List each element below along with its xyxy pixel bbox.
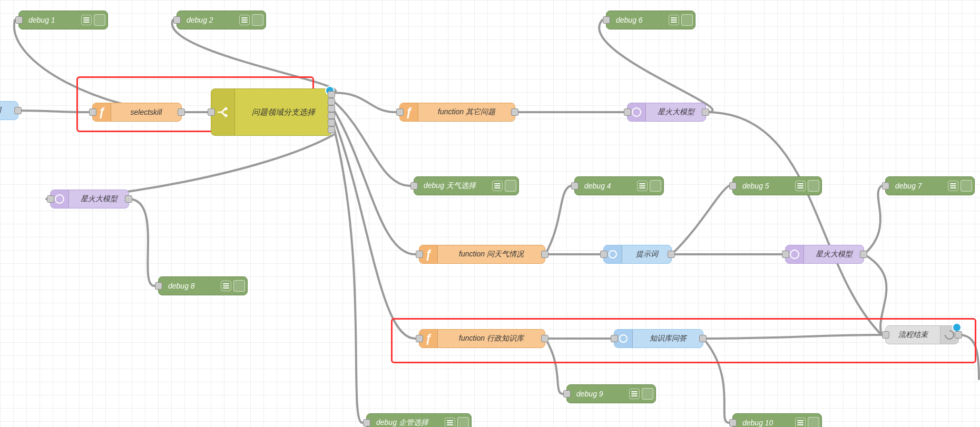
bars-icon[interactable] bbox=[81, 15, 92, 25]
port-in[interactable] bbox=[363, 419, 370, 426]
node-func-weather[interactable]: function 问天气情况 bbox=[419, 245, 545, 264]
toggle-icon[interactable] bbox=[808, 417, 819, 427]
port-out[interactable] bbox=[541, 251, 548, 258]
node-debug-1[interactable]: debug 1 bbox=[18, 11, 108, 29]
node-debug-2[interactable]: debug 2 bbox=[177, 11, 266, 29]
port-out-5[interactable] bbox=[328, 119, 335, 126]
node-debug-mgmt[interactable]: debug 企管选择 bbox=[366, 413, 472, 427]
port-in[interactable] bbox=[882, 331, 889, 339]
port-out-3[interactable] bbox=[328, 105, 335, 112]
bars-icon[interactable] bbox=[669, 15, 679, 25]
node-debug-9[interactable]: debug 9 bbox=[566, 384, 656, 403]
node-label: debug 6 bbox=[606, 11, 670, 29]
port-out[interactable] bbox=[860, 251, 867, 258]
port-in[interactable] bbox=[729, 419, 737, 426]
node-func-other[interactable]: function 其它问题 bbox=[399, 103, 515, 122]
toggle-icon[interactable] bbox=[457, 417, 469, 427]
node-debug-weather[interactable]: debug 天气选择 bbox=[414, 176, 519, 195]
node-end[interactable]: 流程结束 bbox=[885, 325, 959, 344]
toggle-icon[interactable] bbox=[505, 180, 516, 192]
port-in[interactable] bbox=[416, 335, 423, 342]
switch-outputs bbox=[328, 91, 335, 133]
node-model-spark-3[interactable]: 星火大模型 bbox=[785, 245, 864, 264]
toggle-icon[interactable] bbox=[252, 14, 263, 26]
toggle-icon[interactable] bbox=[94, 14, 105, 26]
toggle-icon[interactable] bbox=[650, 180, 661, 192]
flow-canvas[interactable]: debug 1 debug 2 debug 6 示词 selectskill bbox=[0, 0, 980, 427]
node-debug-5[interactable]: debug 5 bbox=[732, 176, 822, 195]
port-in[interactable] bbox=[396, 108, 404, 116]
node-debug-8[interactable]: debug 8 bbox=[158, 276, 248, 295]
node-label: debug 4 bbox=[575, 177, 638, 195]
port-in[interactable] bbox=[410, 182, 418, 190]
toggle-icon[interactable] bbox=[642, 388, 653, 400]
debug-controls bbox=[81, 13, 105, 27]
port-out-1[interactable] bbox=[328, 91, 335, 98]
node-hint-kb-qa[interactable]: 知识库问答 bbox=[614, 329, 703, 348]
port-in[interactable] bbox=[603, 16, 610, 24]
toggle-icon[interactable] bbox=[808, 180, 819, 192]
port-out[interactable] bbox=[178, 108, 185, 116]
port-in[interactable] bbox=[15, 16, 23, 24]
node-branch-switch[interactable]: 问题领域分支选择 bbox=[211, 88, 332, 136]
node-hint-prompt[interactable]: 提示词 bbox=[603, 245, 672, 264]
port-in[interactable] bbox=[782, 251, 789, 258]
port-out[interactable] bbox=[541, 335, 548, 342]
node-selectskill[interactable]: selectskill bbox=[92, 103, 182, 122]
port-in[interactable] bbox=[208, 108, 215, 116]
bars-icon[interactable] bbox=[795, 181, 806, 191]
port-out-6[interactable] bbox=[328, 126, 335, 133]
bars-icon[interactable] bbox=[492, 181, 503, 191]
edges-layer bbox=[0, 0, 980, 427]
node-debug-7[interactable]: debug 7 bbox=[885, 176, 975, 195]
port-out[interactable] bbox=[125, 195, 132, 203]
port-in[interactable] bbox=[611, 335, 618, 342]
bars-icon[interactable] bbox=[948, 181, 958, 191]
port-in[interactable] bbox=[155, 282, 162, 290]
node-label: function 其它问题 bbox=[418, 103, 515, 121]
port-out-2[interactable] bbox=[328, 98, 335, 105]
port-in[interactable] bbox=[882, 182, 889, 190]
port-in[interactable] bbox=[89, 108, 96, 116]
node-debug-6[interactable]: debug 6 bbox=[606, 11, 695, 29]
debug-controls bbox=[669, 13, 693, 27]
port-in[interactable] bbox=[600, 251, 607, 258]
port-out[interactable] bbox=[14, 107, 22, 114]
bars-icon[interactable] bbox=[637, 181, 648, 191]
port-in[interactable] bbox=[416, 251, 423, 258]
node-debug-10[interactable]: debug 10 bbox=[732, 413, 822, 427]
port-in[interactable] bbox=[729, 182, 737, 190]
port-in[interactable] bbox=[571, 182, 579, 190]
node-label: 知识库问答 bbox=[633, 330, 703, 347]
port-in[interactable] bbox=[47, 195, 54, 203]
toggle-icon[interactable] bbox=[233, 280, 245, 292]
debug-controls bbox=[239, 13, 263, 27]
toggle-icon[interactable] bbox=[961, 180, 972, 192]
port-out[interactable] bbox=[511, 108, 518, 116]
node-label: 流程结束 bbox=[886, 326, 940, 344]
toggle-icon[interactable] bbox=[681, 14, 693, 26]
port-out[interactable] bbox=[955, 331, 962, 339]
port-in[interactable] bbox=[173, 16, 181, 24]
port-out[interactable] bbox=[702, 108, 709, 116]
bars-icon[interactable] bbox=[795, 418, 806, 427]
port-in[interactable] bbox=[563, 390, 571, 398]
node-model-spark-2[interactable]: 星火大模型 bbox=[50, 190, 129, 208]
node-model-spark-1[interactable]: 星火大模型 bbox=[627, 103, 706, 122]
port-out-4[interactable] bbox=[328, 112, 335, 119]
node-func-admin-kb[interactable]: function 行政知识库 bbox=[419, 329, 545, 348]
bars-icon[interactable] bbox=[239, 15, 250, 25]
bars-icon[interactable] bbox=[221, 281, 231, 291]
node-label: 星火大模型 bbox=[804, 245, 864, 263]
bars-icon[interactable] bbox=[629, 389, 640, 399]
node-label: debug 2 bbox=[177, 11, 240, 29]
node-debug-4[interactable]: debug 4 bbox=[574, 176, 664, 195]
port-out[interactable] bbox=[668, 251, 675, 258]
node-label: 星火大模型 bbox=[69, 190, 129, 208]
node-hint-partial[interactable]: 示词 bbox=[0, 101, 18, 120]
bars-icon[interactable] bbox=[445, 418, 455, 427]
port-in[interactable] bbox=[624, 108, 631, 116]
node-label: selectskill bbox=[111, 103, 181, 121]
port-out[interactable] bbox=[699, 335, 707, 342]
debug-controls bbox=[492, 179, 516, 193]
